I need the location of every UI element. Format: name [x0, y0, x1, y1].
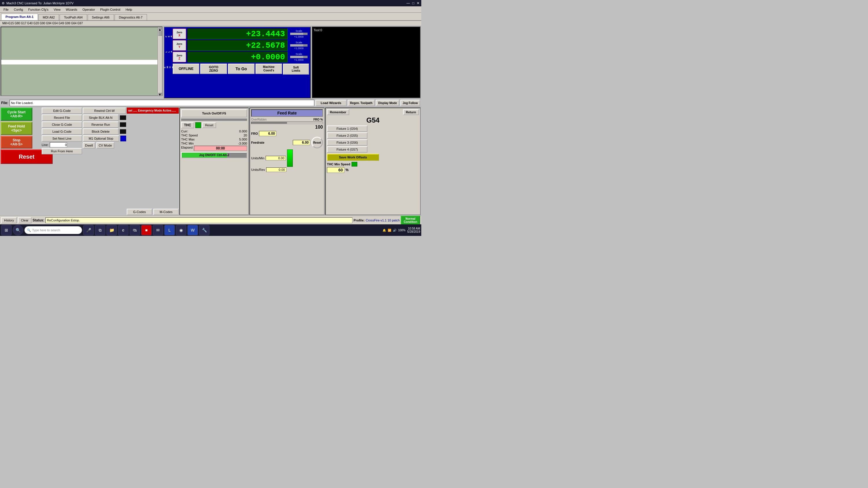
menu-wizards[interactable]: Wizards [63, 7, 80, 12]
rewind-button[interactable]: Rewind Ctrl-W [83, 107, 126, 114]
return-button[interactable]: Return [403, 109, 419, 115]
units-min-input[interactable] [266, 156, 286, 160]
app1-button[interactable]: ■ [141, 225, 152, 235]
single-blk-button[interactable]: Single BLK Alt-N [83, 115, 119, 121]
dro-x-row: Zero X +23.4443 Scale +1.0000 [173, 28, 309, 39]
menu-config[interactable]: Config [11, 7, 26, 12]
offline-button[interactable]: OFFLINE [173, 64, 199, 74]
cycle-start-button[interactable]: Cycle Start<Alt-R> [1, 107, 32, 121]
to-go-button[interactable]: To Go [228, 64, 255, 74]
mic-button[interactable]: 🎤 [83, 225, 94, 235]
edit-gcode-button[interactable]: Edit G-Code [42, 107, 82, 114]
set-next-line-button[interactable]: Set Next Line [42, 135, 82, 142]
scroll-down-arrow[interactable]: ▼ [158, 93, 162, 95]
menu-view[interactable]: View [52, 7, 63, 12]
line-row: Line: [42, 142, 82, 148]
toolpath-scrollbar[interactable]: ▲ ▼ [157, 27, 162, 95]
mail-button[interactable]: ✉ [153, 225, 163, 235]
cv-mode-button[interactable]: CV Mode [96, 142, 114, 149]
search-bar[interactable]: 🔍 Type here to search [24, 226, 82, 234]
zero-z-button[interactable]: Zero Z [173, 52, 186, 62]
units-rev-input[interactable] [266, 167, 286, 172]
app3-button[interactable]: 🔧 [199, 225, 210, 235]
recent-file-button[interactable]: Recent File [42, 115, 82, 121]
tab-diagnostics[interactable]: Diagnostics Alt-7 [115, 14, 147, 20]
normal-condition-button[interactable]: NormalCondition [401, 216, 420, 225]
block-delete-button[interactable]: Block Delete [83, 128, 119, 135]
goto-zero-button[interactable]: GOTOZERO [200, 64, 227, 74]
torch-button[interactable]: Torch On/Off F5 [181, 109, 247, 118]
reverse-run-button[interactable]: Reverse Run [83, 122, 119, 128]
clear-button[interactable]: Clear [18, 217, 31, 224]
menu-plugin-control[interactable]: PlugIn Control [98, 7, 123, 12]
taskbar: ⊞ 🔍 🔍 Type here to search 🎤 ⧉ 📁 e 🛍 ■ ✉ … [0, 224, 421, 236]
start-button[interactable]: ⊞ [1, 225, 11, 235]
store-button[interactable]: 🛍 [130, 225, 140, 235]
scale-z-bar [290, 56, 308, 58]
line-input[interactable] [50, 142, 67, 148]
jog-follow-button[interactable]: Jog Follow [400, 100, 420, 106]
dwell-button[interactable]: Dwell [83, 142, 95, 149]
tab-mdi[interactable]: MDI Alt2 [38, 14, 59, 20]
soft-limits-button[interactable]: SoftLimits [283, 64, 309, 74]
menu-file[interactable]: File [1, 7, 11, 12]
remember-button[interactable]: Remember [327, 109, 349, 115]
history-button[interactable]: History [1, 217, 17, 224]
fixture2-button[interactable]: Fixture 2 (G55) [327, 132, 368, 139]
load-gcode-button[interactable]: Load G-Code [42, 128, 82, 135]
profile-label: Profile: [353, 219, 365, 222]
feedrate-reset-button[interactable]: Reset [311, 137, 323, 148]
menu-operator[interactable]: Operator [80, 7, 97, 12]
window-controls: — □ ✕ [406, 1, 420, 5]
tab-settings[interactable]: Settings Alt6 [88, 14, 114, 20]
app-title-text: Mach3 CNC Licensed To: Julian McIntyre 1… [6, 1, 73, 5]
close-gcode-button[interactable]: Close G-Code [42, 122, 82, 128]
jog-on-off-button[interactable]: Jog ON/OFF Ctrl-Alt-J [181, 152, 247, 158]
fixture3-button[interactable]: Fixture 3 (G56) [327, 139, 368, 146]
edge-button[interactable]: e [118, 225, 128, 235]
search-button[interactable]: 🔍 [13, 225, 23, 235]
network-icon[interactable]: 📶 [388, 229, 391, 232]
fro-input[interactable] [259, 131, 276, 136]
fixture1-button[interactable]: Fixture 1 (G54) [327, 126, 368, 132]
word-button[interactable]: W [187, 225, 198, 235]
mcodes-button[interactable]: M-Codes [153, 209, 179, 215]
load-wizards-button[interactable]: Load Wizards [315, 100, 346, 106]
green-bar [287, 150, 293, 167]
dro-main: REF ALL HOME Zero X +23.4443 Scale [165, 28, 309, 74]
thc-reset-button[interactable]: Reset [202, 122, 216, 128]
chrome-button[interactable]: ◉ [176, 225, 186, 235]
task-view-button[interactable]: ⧉ [95, 225, 105, 235]
scroll-up-arrow[interactable]: ▲ [158, 28, 162, 30]
feed-hold-button[interactable]: Feed Hold<Spc> [1, 122, 32, 135]
app2-button[interactable]: L [164, 225, 175, 235]
zero-x-button[interactable]: Zero X [173, 29, 186, 39]
tab-program-run[interactable]: Program Run Alt-1 [1, 13, 38, 20]
thc-min-value: -3.000 [195, 142, 247, 145]
file-input[interactable] [9, 100, 314, 106]
save-work-offsets-button[interactable]: Save Work Offsets [327, 154, 379, 161]
tab-toolpath[interactable]: ToolPath Alt4 [60, 14, 87, 20]
fixture4-button[interactable]: Fixture 4 (G57) [327, 146, 368, 153]
m1-optional-button[interactable]: M1 Optional Stop [83, 135, 119, 142]
minimize-button[interactable]: — [406, 1, 410, 5]
close-button[interactable]: ✕ [416, 1, 420, 5]
menu-help[interactable]: Help [123, 7, 134, 12]
feedrate-input[interactable] [293, 140, 310, 145]
notification-icon[interactable]: 🔔 [382, 229, 386, 232]
reverse-run-row: Reverse Run [83, 122, 126, 128]
file-explorer-button[interactable]: 📁 [106, 225, 117, 235]
display-mode-button[interactable]: Display Mode [376, 100, 399, 106]
zero-y-button[interactable]: Zero Y [173, 40, 186, 51]
percent-input[interactable] [327, 167, 344, 173]
thc-button[interactable]: THC [181, 122, 194, 128]
regen-toolpath-button[interactable]: Regen. Toolpath [348, 100, 375, 106]
thc-max-value: 5.000 [195, 138, 247, 141]
volume-icon[interactable]: 🔊 [393, 229, 396, 232]
maximize-button[interactable]: □ [412, 1, 414, 5]
gcodes-button[interactable]: G-Codes [127, 209, 152, 215]
stop-button[interactable]: Stop<Alt-S> [1, 136, 32, 149]
run-from-here-button[interactable]: Run From Here [42, 148, 82, 154]
menu-function-cfgs[interactable]: Function Cfg's [26, 7, 51, 12]
machine-coords-button[interactable]: MachineCoord's [255, 64, 282, 74]
